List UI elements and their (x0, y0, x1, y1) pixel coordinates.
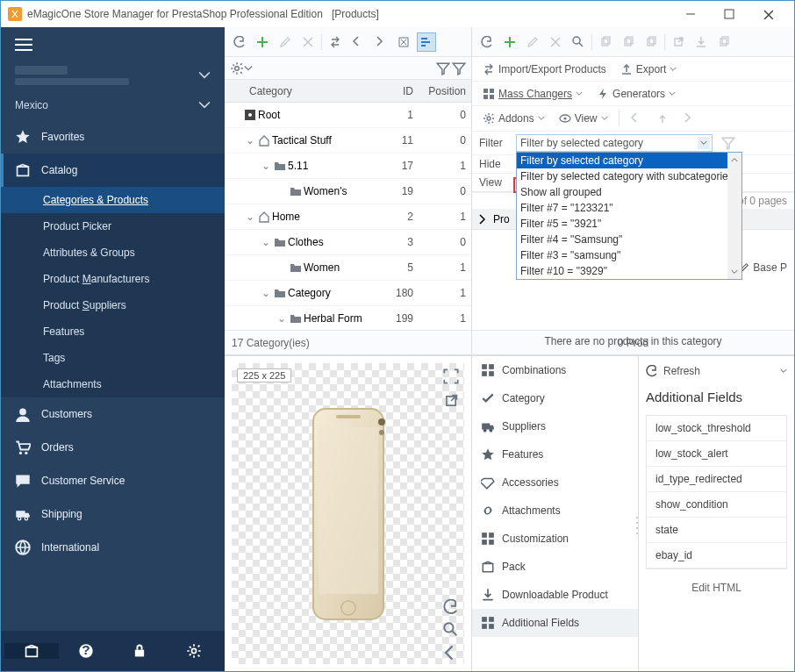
add-product-button[interactable] (500, 32, 519, 52)
mass-changers-menu[interactable]: Mass Changers (479, 86, 586, 102)
open-external-button[interactable] (443, 393, 459, 409)
export-button[interactable] (669, 32, 688, 52)
import-button[interactable] (691, 32, 711, 52)
refresh-fields-button[interactable]: Refresh (646, 365, 787, 377)
field-show_condition[interactable]: show_condition (647, 492, 786, 518)
copy-button[interactable] (596, 32, 615, 52)
field-state[interactable]: state (647, 518, 786, 543)
dropdown-option[interactable]: Filter #10 = "3929" (517, 263, 741, 279)
dropdown-option[interactable]: Filter #5 = "3921" (517, 216, 741, 232)
tree-row[interactable]: Women's190 (225, 179, 471, 204)
export-menu[interactable]: Export (617, 61, 681, 77)
field-id_type_redirected[interactable]: id_type_redirected (647, 467, 786, 492)
tab-suppliers[interactable]: Suppliers (472, 412, 638, 440)
sidebar-sub-attachments[interactable]: Attachments (1, 371, 225, 397)
edit-product-button[interactable] (523, 32, 542, 52)
addons-menu[interactable]: Addons (479, 111, 548, 126)
tree-row[interactable]: ⌄Clothes30 (225, 230, 471, 255)
combobox-arrow-icon[interactable] (698, 137, 710, 149)
tab-attachments[interactable]: Attachments (472, 497, 638, 525)
indent-in-button[interactable] (679, 109, 698, 128)
store-selector[interactable] (1, 62, 225, 94)
funnel-clear-icon[interactable] (721, 136, 735, 150)
copy3-button[interactable] (641, 32, 661, 52)
sidebar-sub-tags[interactable]: Tags (1, 345, 225, 371)
dropdown-option[interactable]: Filter by selected category (517, 153, 741, 168)
field-ebay_id[interactable]: ebay_id (647, 543, 786, 568)
sidebar-item-favorites[interactable]: Favorites (1, 120, 225, 154)
footer-help-button[interactable] (59, 643, 113, 659)
tree-row[interactable]: ⌄Category1801 (225, 281, 471, 306)
refresh-products-button[interactable] (477, 32, 497, 52)
dropdown-option[interactable]: Show all grouped (517, 184, 741, 200)
import-export-menu[interactable]: Import/Export Products (479, 61, 610, 77)
col-category[interactable]: Category (247, 85, 369, 97)
zoom-button[interactable] (443, 622, 459, 638)
tab-additional-fields[interactable]: Additional Fields (472, 609, 638, 637)
sidebar-sub-categories-products[interactable]: Categories & Products (1, 187, 225, 213)
tree-row[interactable]: ⌄Home21 (225, 204, 471, 230)
sidebar-item-customers[interactable]: Customers (1, 397, 225, 431)
footer-settings-button[interactable] (167, 643, 221, 659)
filter-dropdown[interactable]: Filter by selected categoryFilter by sel… (516, 152, 742, 280)
sidebar-item-orders[interactable]: Orders (1, 431, 225, 464)
nav-left-button[interactable] (443, 645, 459, 661)
tab-downloadable-product[interactable]: Downloadable Product (472, 581, 638, 609)
add-button[interactable] (253, 32, 272, 52)
dropdown-option[interactable]: Filter #4 = "Samsung" (517, 232, 741, 247)
expand-icon[interactable] (477, 214, 488, 225)
sidebar-sub-attributes-groups[interactable]: Attributes & Groups (1, 239, 225, 266)
footer-lock-button[interactable] (113, 643, 168, 659)
filter-toggle-button[interactable] (417, 32, 436, 52)
swap-button[interactable] (326, 32, 345, 52)
field-low_stock_threshold[interactable]: low_stock_threshold (647, 416, 786, 441)
sidebar-sub-product-manufacturers[interactable]: Product Manufacturers (1, 266, 225, 292)
tab-category[interactable]: Category (472, 384, 638, 412)
edit-button[interactable] (276, 32, 295, 52)
base-price-link[interactable]: Base P (739, 261, 787, 274)
tab-features[interactable]: Features (472, 440, 638, 468)
indent-out-button[interactable] (627, 109, 646, 128)
funnel-clear-icon[interactable] (452, 61, 466, 75)
col-id[interactable]: ID (369, 85, 413, 97)
tree-row[interactable]: ⌄5.11171 (225, 154, 471, 179)
tree-row[interactable]: ⌄Herbal Form1991 (225, 306, 471, 330)
dropdown-option[interactable]: Filter #3 = "samsung" (517, 247, 741, 263)
filter-combobox[interactable]: Filter by selected category Filter by se… (516, 134, 713, 152)
view-menu[interactable]: View (555, 111, 612, 126)
window-minimize[interactable] (671, 1, 710, 27)
search-product-button[interactable] (569, 32, 588, 52)
column-product[interactable]: Pro (493, 213, 510, 225)
dropdown-icon[interactable] (244, 61, 253, 75)
sidebar-sub-features[interactable]: Features (1, 318, 225, 345)
sidebar-item-shipping[interactable]: Shipping (1, 497, 225, 531)
window-maximize[interactable] (710, 1, 748, 27)
field-low_stock_alert[interactable]: low_stock_alert (647, 441, 786, 467)
move-out-button[interactable] (348, 32, 368, 52)
drag-handle-icon[interactable] (635, 514, 641, 539)
footer-store-button[interactable] (4, 643, 59, 659)
fullscreen-button[interactable] (443, 368, 459, 384)
tree-row[interactable]: Women51 (225, 255, 471, 281)
sidebar-sub-product-picker[interactable]: Product Picker (1, 213, 225, 239)
copy2-button[interactable] (619, 32, 638, 52)
sidebar-sub-product-suppliers[interactable]: Product Suppliers (1, 292, 225, 318)
extra-button[interactable] (714, 32, 734, 52)
funnel-icon[interactable] (436, 61, 450, 75)
delete-button[interactable] (298, 32, 318, 52)
move-in-button[interactable] (371, 32, 390, 52)
tab-pack[interactable]: Pack (472, 553, 638, 581)
refresh-image-button[interactable] (443, 599, 459, 615)
sidebar-item-catalog[interactable]: Catalog (1, 154, 225, 187)
gear-icon[interactable] (230, 61, 244, 75)
generators-menu[interactable]: Generators (593, 86, 679, 102)
col-position[interactable]: Position (413, 85, 466, 97)
refresh-button[interactable] (230, 32, 249, 52)
hamburger-button[interactable] (1, 27, 225, 62)
sidebar-item-customer-service[interactable]: Customer Service (1, 464, 225, 497)
country-selector[interactable]: Mexico (1, 94, 225, 120)
tab-combinations[interactable]: Combinations (472, 356, 638, 384)
tab-accessories[interactable]: Accessories (472, 468, 638, 497)
dropdown-option[interactable]: Filter #7 = "123321" (517, 200, 741, 216)
dropdown-option[interactable]: Filter by selected category with subcate… (517, 168, 741, 184)
